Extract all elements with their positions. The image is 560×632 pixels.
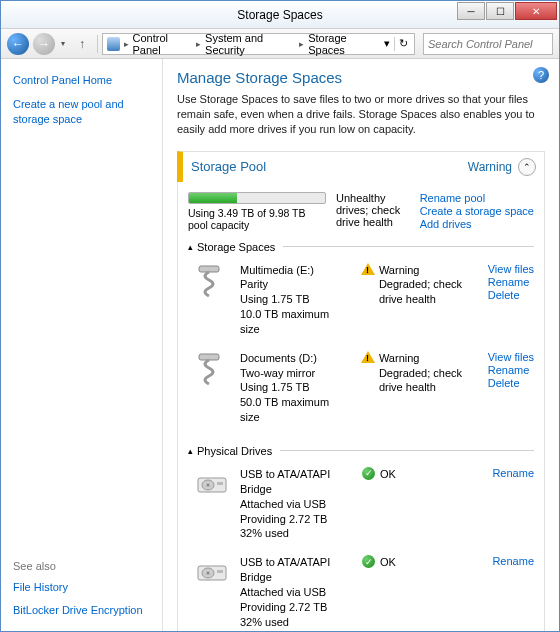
space-resiliency: Parity	[240, 277, 351, 292]
refresh-button[interactable]: ↻	[395, 37, 412, 50]
drive-attach: Attached via USB	[240, 497, 352, 512]
space-status: Warning	[379, 263, 478, 278]
spaces-section-label: Storage Spaces	[197, 241, 275, 253]
space-status-detail: Degraded; check drive health	[379, 366, 478, 396]
page-title: Manage Storage Spaces	[177, 69, 545, 86]
breadcrumb-item[interactable]: Control Panel	[131, 32, 195, 56]
sidebar-file-history-link[interactable]: File History	[13, 580, 150, 594]
svg-point-8	[207, 572, 210, 575]
storage-space-row: Documents (D:)Two-way mirrorUsing 1.75 T…	[188, 347, 534, 435]
rename-space-link[interactable]: Rename	[488, 364, 534, 376]
warning-icon	[361, 263, 375, 275]
see-also-label: See also	[13, 560, 150, 572]
add-drives-link[interactable]: Add drives	[420, 218, 534, 230]
space-max: 10.0 TB maximum size	[240, 307, 351, 337]
rename-drive-link[interactable]: Rename	[492, 467, 534, 479]
pool-header: Storage Pool Warning ⌃	[177, 151, 545, 182]
warning-icon	[361, 351, 375, 363]
space-resiliency: Two-way mirror	[240, 366, 351, 381]
pool-title: Storage Pool	[191, 159, 266, 174]
address-dropdown[interactable]: ▾	[380, 37, 394, 50]
storage-spaces-window: Storage Spaces ─ ☐ ✕ ← → ▾ ↑ ▸ Control P…	[0, 0, 560, 632]
spaces-section-header: ▴ Storage Spaces	[188, 241, 534, 253]
physical-drive-row: USB to ATA/ATAPI BridgeAttached via USBP…	[188, 463, 534, 551]
content-pane: ? Manage Storage Spaces Use Storage Spac…	[163, 59, 559, 631]
rename-space-link[interactable]: Rename	[488, 276, 534, 288]
space-usage: Using 1.75 TB	[240, 292, 351, 307]
rename-drive-link[interactable]: Rename	[492, 555, 534, 567]
search-input[interactable]	[428, 38, 548, 50]
space-status: Warning	[379, 351, 478, 366]
close-button[interactable]: ✕	[515, 2, 557, 20]
svg-rect-0	[199, 266, 219, 272]
history-dropdown[interactable]: ▾	[59, 39, 67, 48]
drive-status: OK	[380, 467, 480, 482]
up-button[interactable]: ↑	[71, 33, 93, 55]
drives-section-label: Physical Drives	[197, 445, 272, 457]
drive-status: OK	[380, 555, 480, 570]
collapse-drives-button[interactable]: ▴	[188, 446, 193, 456]
collapse-pool-button[interactable]: ⌃	[518, 158, 536, 176]
capacity-text: Using 3.49 TB of 9.98 TB pool capacity	[188, 207, 326, 231]
view-files-link[interactable]: View files	[488, 351, 534, 363]
minimize-button[interactable]: ─	[457, 2, 485, 20]
chevron-right-icon[interactable]: ▸	[122, 39, 131, 49]
chevron-right-icon[interactable]: ▸	[297, 39, 306, 49]
window-title: Storage Spaces	[237, 8, 322, 22]
svg-rect-1	[199, 354, 219, 360]
chevron-up-icon: ⌃	[523, 162, 531, 172]
space-name: Documents (D:)	[240, 351, 351, 366]
breadcrumb-item[interactable]: Storage Spaces	[306, 32, 380, 56]
ok-icon: ✓	[362, 555, 375, 568]
create-space-link[interactable]: Create a storage space	[420, 205, 534, 217]
separator	[97, 35, 98, 53]
drive-used: 32% used	[240, 526, 352, 541]
pool-status-label: Warning	[468, 160, 512, 174]
space-status-detail: Degraded; check drive health	[379, 277, 478, 307]
drive-attach: Attached via USB	[240, 585, 352, 600]
back-button[interactable]: ←	[7, 33, 29, 55]
breadcrumb-item[interactable]: System and Security	[203, 32, 297, 56]
svg-rect-9	[217, 570, 223, 573]
page-description: Use Storage Spaces to save files to two …	[177, 92, 545, 137]
delete-space-link[interactable]: Delete	[488, 377, 534, 389]
drive-used: 32% used	[240, 615, 352, 630]
help-icon[interactable]: ?	[533, 67, 549, 83]
sidebar-bitlocker-link[interactable]: BitLocker Drive Encryption	[13, 603, 150, 617]
sidebar-create-pool-link[interactable]: Create a new pool and storage space	[13, 97, 150, 126]
forward-button[interactable]: →	[33, 33, 55, 55]
drive-name: USB to ATA/ATAPI Bridge	[240, 467, 352, 497]
drive-icon	[194, 555, 230, 591]
titlebar: Storage Spaces ─ ☐ ✕	[1, 1, 559, 29]
arrow-left-icon: ←	[12, 37, 24, 51]
nav-toolbar: ← → ▾ ↑ ▸ Control Panel ▸ System and Sec…	[1, 29, 559, 59]
capacity-bar	[188, 192, 326, 204]
svg-point-4	[207, 483, 210, 486]
chevron-right-icon[interactable]: ▸	[194, 39, 203, 49]
sidebar-home-link[interactable]: Control Panel Home	[13, 73, 150, 87]
drive-providing: Providing 2.72 TB	[240, 600, 352, 615]
view-files-link[interactable]: View files	[488, 263, 534, 275]
drive-name: USB to ATA/ATAPI Bridge	[240, 555, 352, 585]
collapse-spaces-button[interactable]: ▴	[188, 242, 193, 252]
rename-pool-link[interactable]: Rename pool	[420, 192, 534, 204]
space-max: 50.0 TB maximum size	[240, 395, 351, 425]
arrow-right-icon: →	[38, 37, 50, 51]
space-usage: Using 1.75 TB	[240, 380, 351, 395]
pool-status-detail: Unhealthy drives; check drive health	[336, 192, 410, 231]
drive-providing: Providing 2.72 TB	[240, 512, 352, 527]
storage-space-icon	[194, 263, 230, 299]
search-box[interactable]	[423, 33, 553, 55]
delete-space-link[interactable]: Delete	[488, 289, 534, 301]
svg-rect-5	[217, 482, 223, 485]
address-bar[interactable]: ▸ Control Panel ▸ System and Security ▸ …	[102, 33, 415, 55]
maximize-button[interactable]: ☐	[486, 2, 514, 20]
pool-body: Using 3.49 TB of 9.98 TB pool capacity U…	[177, 182, 545, 631]
space-name: Multimedia (E:)	[240, 263, 351, 278]
storage-space-icon	[194, 351, 230, 387]
drives-section-header: ▴ Physical Drives	[188, 445, 534, 457]
physical-drive-row: USB to ATA/ATAPI BridgeAttached via USBP…	[188, 551, 534, 631]
ok-icon: ✓	[362, 467, 375, 480]
sidebar: Control Panel Home Create a new pool and…	[1, 59, 163, 631]
drive-icon	[194, 467, 230, 503]
